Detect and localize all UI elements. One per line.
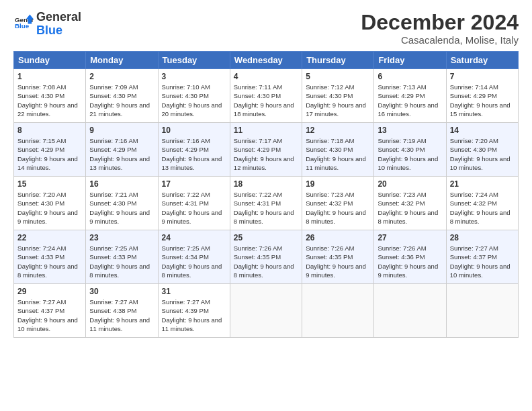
day-info: Sunrise: 7:14 AMSunset: 4:29 PMDaylight:… <box>450 83 515 118</box>
day-info: Sunrise: 7:15 AMSunset: 4:29 PMDaylight:… <box>17 136 82 172</box>
calendar-cell: 7Sunrise: 7:14 AMSunset: 4:29 PMDaylight… <box>446 69 518 123</box>
day-info: Sunrise: 7:22 AMSunset: 4:31 PMDaylight:… <box>234 190 298 226</box>
day-number: 6 <box>378 72 442 81</box>
day-number: 4 <box>234 72 298 81</box>
calendar-cell: 14Sunrise: 7:20 AMSunset: 4:30 PMDayligh… <box>446 123 518 177</box>
calendar-cell: 19Sunrise: 7:23 AMSunset: 4:32 PMDayligh… <box>302 177 374 230</box>
day-info: Sunrise: 7:23 AMSunset: 4:32 PMDaylight:… <box>306 190 370 226</box>
day-info: Sunrise: 7:20 AMSunset: 4:30 PMDaylight:… <box>17 190 82 226</box>
calendar-cell: 16Sunrise: 7:21 AMSunset: 4:30 PMDayligh… <box>86 177 158 230</box>
logo: General Blue General Blue <box>13 11 81 38</box>
day-info: Sunrise: 7:20 AMSunset: 4:30 PMDaylight:… <box>450 136 515 172</box>
calendar-cell: 3Sunrise: 7:10 AMSunset: 4:30 PMDaylight… <box>158 69 230 123</box>
month-title: December 2024 <box>361 11 519 34</box>
day-info: Sunrise: 7:08 AMSunset: 4:30 PMDaylight:… <box>17 83 82 118</box>
calendar-cell: 23Sunrise: 7:25 AMSunset: 4:33 PMDayligh… <box>86 230 158 284</box>
day-number: 3 <box>162 72 226 81</box>
day-number: 24 <box>162 233 226 242</box>
weekday-header-tuesday: Tuesday <box>158 52 230 69</box>
calendar-cell: 1Sunrise: 7:08 AMSunset: 4:30 PMDaylight… <box>14 69 86 123</box>
day-info: Sunrise: 7:09 AMSunset: 4:30 PMDaylight:… <box>89 83 154 118</box>
calendar-cell: 2Sunrise: 7:09 AMSunset: 4:30 PMDaylight… <box>86 69 158 123</box>
day-info: Sunrise: 7:24 AMSunset: 4:32 PMDaylight:… <box>450 190 515 226</box>
day-info: Sunrise: 7:10 AMSunset: 4:30 PMDaylight:… <box>162 83 226 118</box>
calendar-table: SundayMondayTuesdayWednesdayThursdayFrid… <box>13 51 519 338</box>
day-info: Sunrise: 7:26 AMSunset: 4:36 PMDaylight:… <box>378 244 442 279</box>
weekday-header-friday: Friday <box>374 52 446 69</box>
day-info: Sunrise: 7:27 AMSunset: 4:37 PMDaylight:… <box>17 298 82 333</box>
day-info: Sunrise: 7:18 AMSunset: 4:30 PMDaylight:… <box>306 136 370 172</box>
day-number: 15 <box>17 179 82 189</box>
header: General Blue General Blue December 2024 … <box>13 11 519 46</box>
day-number: 16 <box>89 179 154 189</box>
calendar-cell: 11Sunrise: 7:17 AMSunset: 4:29 PMDayligh… <box>230 123 302 177</box>
day-number: 9 <box>89 126 154 135</box>
day-info: Sunrise: 7:11 AMSunset: 4:30 PMDaylight:… <box>234 83 298 118</box>
weekday-header-saturday: Saturday <box>446 52 518 69</box>
calendar-cell: 25Sunrise: 7:26 AMSunset: 4:35 PMDayligh… <box>230 230 302 284</box>
day-info: Sunrise: 7:25 AMSunset: 4:34 PMDaylight:… <box>162 244 226 279</box>
day-number: 29 <box>17 287 82 296</box>
calendar-cell <box>302 284 374 338</box>
day-number: 19 <box>306 179 370 189</box>
day-info: Sunrise: 7:12 AMSunset: 4:30 PMDaylight:… <box>306 83 370 118</box>
day-info: Sunrise: 7:27 AMSunset: 4:38 PMDaylight:… <box>89 298 154 333</box>
day-number: 10 <box>162 126 226 135</box>
calendar-cell: 15Sunrise: 7:20 AMSunset: 4:30 PMDayligh… <box>14 177 86 230</box>
calendar-cell: 26Sunrise: 7:26 AMSunset: 4:35 PMDayligh… <box>302 230 374 284</box>
weekday-header-wednesday: Wednesday <box>230 52 302 69</box>
calendar-cell: 22Sunrise: 7:24 AMSunset: 4:33 PMDayligh… <box>14 230 86 284</box>
location-title: Casacalenda, Molise, Italy <box>361 34 519 46</box>
calendar-cell: 20Sunrise: 7:23 AMSunset: 4:32 PMDayligh… <box>374 177 446 230</box>
svg-text:Blue: Blue <box>15 22 30 30</box>
calendar-cell: 5Sunrise: 7:12 AMSunset: 4:30 PMDaylight… <box>302 69 374 123</box>
calendar-cell: 21Sunrise: 7:24 AMSunset: 4:32 PMDayligh… <box>446 177 518 230</box>
title-block: December 2024 Casacalenda, Molise, Italy <box>361 11 519 46</box>
day-number: 31 <box>162 287 226 296</box>
day-number: 17 <box>162 179 226 189</box>
day-info: Sunrise: 7:13 AMSunset: 4:29 PMDaylight:… <box>378 83 442 118</box>
calendar-cell: 18Sunrise: 7:22 AMSunset: 4:31 PMDayligh… <box>230 177 302 230</box>
calendar-cell: 10Sunrise: 7:16 AMSunset: 4:29 PMDayligh… <box>158 123 230 177</box>
calendar-cell: 8Sunrise: 7:15 AMSunset: 4:29 PMDaylight… <box>14 123 86 177</box>
day-number: 2 <box>89 72 154 81</box>
calendar-cell: 27Sunrise: 7:26 AMSunset: 4:36 PMDayligh… <box>374 230 446 284</box>
day-number: 12 <box>306 126 370 135</box>
calendar-cell <box>374 284 446 338</box>
calendar-cell: 29Sunrise: 7:27 AMSunset: 4:37 PMDayligh… <box>14 284 86 338</box>
day-number: 11 <box>234 126 298 135</box>
day-number: 25 <box>234 233 298 242</box>
calendar-cell: 4Sunrise: 7:11 AMSunset: 4:30 PMDaylight… <box>230 69 302 123</box>
weekday-header-sunday: Sunday <box>14 52 86 69</box>
day-number: 26 <box>306 233 370 242</box>
week-row-2: 8Sunrise: 7:15 AMSunset: 4:29 PMDaylight… <box>14 123 519 177</box>
calendar-cell: 9Sunrise: 7:16 AMSunset: 4:29 PMDaylight… <box>86 123 158 177</box>
day-number: 8 <box>17 126 82 135</box>
day-info: Sunrise: 7:26 AMSunset: 4:35 PMDaylight:… <box>306 244 370 279</box>
calendar-cell: 12Sunrise: 7:18 AMSunset: 4:30 PMDayligh… <box>302 123 374 177</box>
logo-general: General <box>36 11 81 24</box>
calendar-cell: 13Sunrise: 7:19 AMSunset: 4:30 PMDayligh… <box>374 123 446 177</box>
day-info: Sunrise: 7:27 AMSunset: 4:37 PMDaylight:… <box>450 244 515 279</box>
calendar-cell: 30Sunrise: 7:27 AMSunset: 4:38 PMDayligh… <box>86 284 158 338</box>
calendar-cell: 6Sunrise: 7:13 AMSunset: 4:29 PMDaylight… <box>374 69 446 123</box>
day-number: 14 <box>450 126 515 135</box>
week-row-1: 1Sunrise: 7:08 AMSunset: 4:30 PMDaylight… <box>14 69 519 123</box>
weekday-header-thursday: Thursday <box>302 52 374 69</box>
day-info: Sunrise: 7:22 AMSunset: 4:31 PMDaylight:… <box>162 190 226 226</box>
day-number: 27 <box>378 233 442 242</box>
day-number: 13 <box>378 126 442 135</box>
calendar-cell: 31Sunrise: 7:27 AMSunset: 4:39 PMDayligh… <box>158 284 230 338</box>
day-info: Sunrise: 7:19 AMSunset: 4:30 PMDaylight:… <box>378 136 442 172</box>
calendar-cell <box>446 284 518 338</box>
day-number: 1 <box>17 72 82 81</box>
day-number: 18 <box>234 179 298 189</box>
calendar-body: 1Sunrise: 7:08 AMSunset: 4:30 PMDaylight… <box>14 69 519 338</box>
page: General Blue General Blue December 2024 … <box>0 0 532 411</box>
day-info: Sunrise: 7:21 AMSunset: 4:30 PMDaylight:… <box>89 190 154 226</box>
day-number: 22 <box>17 233 82 242</box>
day-info: Sunrise: 7:16 AMSunset: 4:29 PMDaylight:… <box>162 136 226 172</box>
day-number: 21 <box>450 179 515 189</box>
logo-blue: Blue <box>36 24 81 38</box>
weekday-header-row: SundayMondayTuesdayWednesdayThursdayFrid… <box>14 52 519 69</box>
